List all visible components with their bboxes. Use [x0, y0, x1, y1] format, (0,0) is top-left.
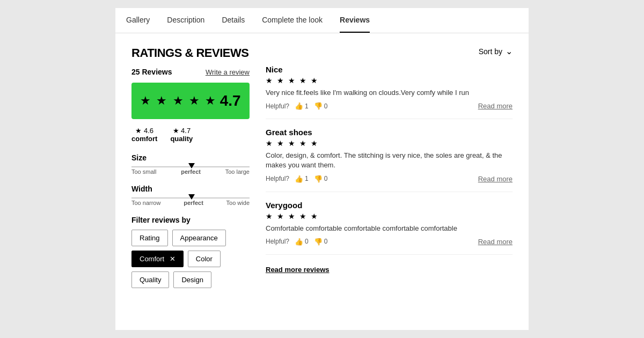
review-stars: ★ ★ ★ ★ ★: [266, 76, 513, 85]
filter-tag-design[interactable]: Design: [173, 271, 211, 288]
thumb-up-button[interactable]: 👍 1: [295, 102, 309, 110]
filter-tag-rating[interactable]: Rating: [131, 230, 168, 246]
thumb-up-button[interactable]: 👍 0: [295, 238, 309, 246]
size-too-small: Too small: [131, 168, 156, 175]
helpful-row: Helpful? 👍 1 👎 0: [266, 102, 327, 110]
write-review-link[interactable]: Write a review: [206, 68, 250, 76]
filter-tag-color[interactable]: Color: [188, 251, 221, 267]
thumb-down-count: 0: [324, 175, 328, 182]
thumb-up-count: 1: [305, 175, 309, 182]
review-item: Great shoes ★ ★ ★ ★ ★ Color, design, & c…: [266, 128, 513, 192]
thumb-down-icon: 👎: [314, 175, 323, 183]
helpful-label: Helpful?: [266, 102, 289, 110]
sub-ratings: ★ 4.6 comfort ★ 4.7 quality: [131, 127, 250, 143]
size-title: Size: [131, 153, 250, 162]
quality-score: ★ 4.7: [170, 127, 193, 135]
comfort-score: ★ 4.6: [131, 127, 157, 135]
thumb-down-count: 0: [324, 102, 328, 110]
overall-stars: ★ ★ ★ ★ ★: [140, 94, 216, 108]
right-panel: Sort by ⌄ Nice ★ ★ ★ ★ ★ Very nice fit.f…: [266, 46, 513, 288]
size-marker: [188, 163, 195, 168]
review-title: Nice: [266, 65, 513, 74]
thumb-down-button[interactable]: 👎 0: [314, 238, 328, 246]
filter-tag-quality[interactable]: Quality: [131, 271, 169, 288]
sort-bar: Sort by ⌄: [266, 46, 513, 56]
thumb-up-button[interactable]: 👍 1: [295, 175, 309, 183]
helpful-label: Helpful?: [266, 175, 289, 182]
review-title: Verygood: [266, 201, 513, 210]
filter-tag-comfort-remove[interactable]: ✕: [170, 255, 175, 263]
thumb-up-count: 0: [305, 238, 309, 245]
width-title: Width: [131, 185, 250, 193]
thumb-down-count: 0: [324, 238, 328, 245]
nav-tabs: Gallery Description Details Complete the…: [115, 8, 529, 33]
filter-tag-comfort[interactable]: Comfort ✕: [131, 251, 184, 267]
review-footer: Helpful? 👍 1 👎 0 Read more: [266, 175, 513, 183]
overall-rating-box: ★ ★ ★ ★ ★ 4.7: [131, 83, 250, 119]
sort-label: Sort by: [479, 47, 502, 56]
width-too-narrow: Too narrow: [131, 200, 160, 206]
width-marker: [188, 194, 195, 200]
size-bar-container: Size Too small perfect Too large: [131, 153, 250, 175]
width-track: [131, 197, 250, 199]
width-too-wide: Too wide: [226, 200, 250, 206]
review-stars: ★ ★ ★ ★ ★: [266, 139, 513, 148]
thumb-down-button[interactable]: 👎 0: [314, 102, 328, 110]
read-more-reviews-link[interactable]: Read more reviews: [266, 266, 330, 274]
helpful-label: Helpful?: [266, 238, 289, 245]
width-perfect: perfect: [184, 200, 203, 206]
ratings-title: RATINGS & REVIEWS: [131, 46, 250, 60]
comfort-rating: ★ 4.6 comfort: [131, 127, 157, 143]
filter-title: Filter reviews by: [131, 216, 250, 224]
quality-label: quality: [170, 135, 193, 143]
review-title: Great shoes: [266, 128, 513, 137]
filter-tags: Rating Appearance Comfort ✕ Color Qualit…: [131, 230, 250, 288]
quality-rating: ★ 4.7 quality: [170, 127, 193, 143]
size-labels: Too small perfect Too large: [131, 168, 250, 175]
review-item: Nice ★ ★ ★ ★ ★ Very nice fit.feels like …: [266, 65, 513, 119]
read-more-link[interactable]: Read more: [478, 238, 513, 246]
review-text: Very nice fit.feels like I'm walking on …: [266, 88, 513, 98]
tab-details[interactable]: Details: [222, 8, 245, 33]
reviews-count: 25 Reviews: [131, 68, 172, 76]
width-bar-container: Width Too narrow perfect Too wide: [131, 185, 250, 206]
tab-gallery[interactable]: Gallery: [126, 8, 150, 33]
thumb-up-icon: 👍: [295, 102, 303, 110]
size-too-large: Too large: [225, 168, 250, 175]
tab-description[interactable]: Description: [167, 8, 204, 33]
review-item: Verygood ★ ★ ★ ★ ★ Comfortable comfortab…: [266, 201, 513, 255]
comfort-label: comfort: [131, 135, 157, 143]
reviews-header: 25 Reviews Write a review: [131, 68, 250, 76]
thumb-up-icon: 👍: [295, 238, 303, 246]
thumb-down-button[interactable]: 👎 0: [314, 175, 328, 183]
thumb-up-count: 1: [305, 102, 309, 110]
filter-tag-appearance[interactable]: Appearance: [172, 230, 226, 246]
thumb-up-icon: 👍: [295, 175, 303, 183]
review-stars: ★ ★ ★ ★ ★: [266, 212, 513, 221]
size-track: [131, 166, 250, 167]
helpful-row: Helpful? 👍 0 👎 0: [266, 238, 327, 246]
width-labels: Too narrow perfect Too wide: [131, 200, 250, 206]
read-more-link[interactable]: Read more: [478, 175, 513, 183]
tab-complete-the-look[interactable]: Complete the look: [262, 8, 323, 33]
chevron-down-icon[interactable]: ⌄: [506, 46, 513, 56]
left-panel: RATINGS & REVIEWS 25 Reviews Write a rev…: [131, 46, 250, 288]
overall-rating-number: 4.7: [220, 92, 241, 109]
review-text: Comfortable comfortable comfortable comf…: [266, 224, 513, 233]
review-footer: Helpful? 👍 0 👎 0 Read more: [266, 238, 513, 246]
size-perfect: perfect: [181, 168, 201, 175]
thumb-down-icon: 👎: [314, 102, 323, 110]
helpful-row: Helpful? 👍 1 👎 0: [266, 175, 327, 183]
read-more-link[interactable]: Read more: [478, 102, 513, 110]
review-text: Color, design, & comfort. The stitching …: [266, 151, 513, 170]
review-footer: Helpful? 👍 1 👎 0 Read more: [266, 102, 513, 110]
thumb-down-icon: 👎: [314, 238, 323, 246]
tab-reviews[interactable]: Reviews: [340, 8, 370, 33]
